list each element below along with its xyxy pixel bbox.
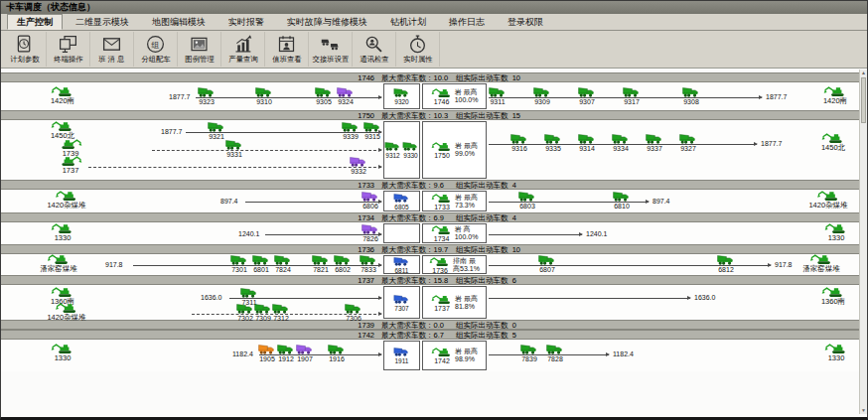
site[interactable]: 1420杂煤堆 [808,190,847,210]
truck[interactable]: 9334 [611,133,631,152]
truck[interactable]: 7302 [235,303,255,322]
toolbar-button[interactable]: 交接班设置 [309,32,353,67]
truck[interactable]: 6802 [333,254,353,273]
truck[interactable]: 7306 [344,303,363,322]
truck[interactable]: 7301 [229,254,249,273]
truck[interactable]: 6812 [716,254,736,273]
truck[interactable]: 7821 [311,254,331,273]
site[interactable]: 潘家窑煤堆 [802,253,840,273]
group-body: 13301240.1 7826 1734岩 高 100.0% 13301240.… [1,222,859,244]
shovel-unit[interactable]: 1742 [431,347,453,364]
shovel-unit[interactable]: 1736 [429,256,451,274]
truck[interactable]: 7826 [361,223,380,242]
truck[interactable]: 1911 [393,347,410,364]
scroll-down-icon[interactable]: ▼ [860,407,867,414]
truck[interactable]: 7312 [271,303,291,322]
shovel-unit[interactable]: 1734 [431,224,453,242]
dispatched-count-label: 组实际出动车数 6 [456,277,516,285]
truck[interactable]: 7839 [519,344,539,362]
truck[interactable]: 9320 [393,87,410,105]
truck[interactable]: 9324 [336,86,356,105]
site[interactable]: 1737 [58,155,83,175]
truck[interactable]: 7824 [273,254,293,273]
site[interactable]: 1330 [823,343,849,362]
tab-5[interactable]: 实时故障与维修模块 [277,14,377,30]
truck-icon [349,156,368,167]
toolbar-button[interactable]: 实时属性 [396,32,440,67]
site[interactable]: 1360南 [820,286,846,306]
toolbar-button[interactable]: 组分组配车 [134,32,178,67]
truck[interactable]: 1912 [276,344,296,362]
truck[interactable]: 6801 [251,254,271,273]
truck[interactable]: 9330 [402,141,419,159]
truck[interactable]: 9311 [488,86,507,105]
toolbar-button[interactable]: 终端操作 [47,32,90,67]
scrollbar-thumb[interactable] [861,77,866,123]
truck-icon [543,133,563,144]
truck[interactable]: 6807 [537,254,557,273]
truck[interactable]: 9335 [543,133,563,152]
truck[interactable]: 7309 [253,303,273,322]
toolbar-button[interactable]: 通讯检查 [353,32,396,67]
site[interactable]: 1420南 [822,85,848,105]
toolbar-button[interactable]: 计划参数 [3,32,47,67]
site[interactable]: 1420杂煤堆 [47,302,85,322]
truck[interactable]: 6810 [612,191,632,210]
truck-icon [577,133,597,144]
truck[interactable]: 6805 [393,193,410,210]
tab-1[interactable]: 生产控制 [7,14,63,30]
shovel-unit[interactable]: 1746 [431,87,453,105]
tab-7[interactable]: 操作日志 [439,14,495,30]
shovel-unit[interactable]: 1733 [431,193,453,210]
tab-3[interactable]: 地图编辑模块 [142,14,216,30]
truck[interactable]: 9327 [678,133,698,152]
truck[interactable]: 9321 [207,121,226,140]
tab-8[interactable]: 登录权限 [498,14,553,30]
tab-2[interactable]: 二维显示模块 [66,14,139,30]
shovel-unit[interactable]: 1737 [431,294,453,312]
truck[interactable]: 1916 [327,344,347,362]
truck[interactable]: 9339 [341,121,361,140]
truck[interactable]: 9309 [532,86,552,105]
site[interactable]: 1330 [50,343,75,362]
site[interactable]: 1330 [50,222,75,242]
truck[interactable]: 9307 [577,86,597,105]
truck[interactable]: 7833 [359,254,378,273]
tab-6[interactable]: 钻机计划 [380,14,436,30]
truck[interactable]: 9312 [384,141,401,159]
site[interactable]: 潘家窑煤堆 [40,253,77,273]
site[interactable]: 1330 [823,222,849,242]
toolbar-button[interactable]: 产量查询 [221,32,265,67]
truck[interactable]: 6803 [517,191,537,210]
truck[interactable]: 1905 [257,344,277,362]
vertical-scrollbar[interactable]: ▲ ▼ [859,70,867,414]
site[interactable]: 1420南 [50,85,75,105]
arrow-right-icon [378,148,382,152]
toolbar-button[interactable]: 图例管理 [178,32,221,67]
scroll-up-icon[interactable]: ▲ [860,70,867,76]
truck[interactable]: 7307 [393,294,410,312]
truck[interactable]: 9305 [314,86,334,105]
truck[interactable]: 9337 [645,133,664,152]
truck[interactable]: 9316 [509,133,529,152]
toolbar-button[interactable]: 值班查看 [265,32,309,67]
truck[interactable]: 1907 [295,344,315,362]
truck[interactable]: 6806 [361,191,380,210]
shovel-unit[interactable]: 1750 [431,141,453,159]
truck[interactable]: 9314 [577,133,597,152]
truck[interactable]: 9315 [362,121,382,140]
truck[interactable]: 9317 [622,86,642,105]
truck[interactable]: 9308 [681,86,701,105]
truck[interactable]: 9310 [254,86,274,105]
truck[interactable]: 9332 [349,156,368,175]
tab-4[interactable]: 实时报警 [218,14,274,30]
truck-icon [393,193,410,203]
truck[interactable]: 9323 [197,86,217,105]
site[interactable]: 1450北 [50,120,75,140]
site[interactable]: 1450北 [820,132,846,152]
site[interactable]: 1420杂煤堆 [47,190,85,210]
truck[interactable]: 7828 [545,344,565,362]
truck[interactable]: 6811 [393,256,410,274]
truck[interactable]: 9331 [224,139,244,158]
toolbar-button[interactable]: 班 消 息 [90,32,134,67]
